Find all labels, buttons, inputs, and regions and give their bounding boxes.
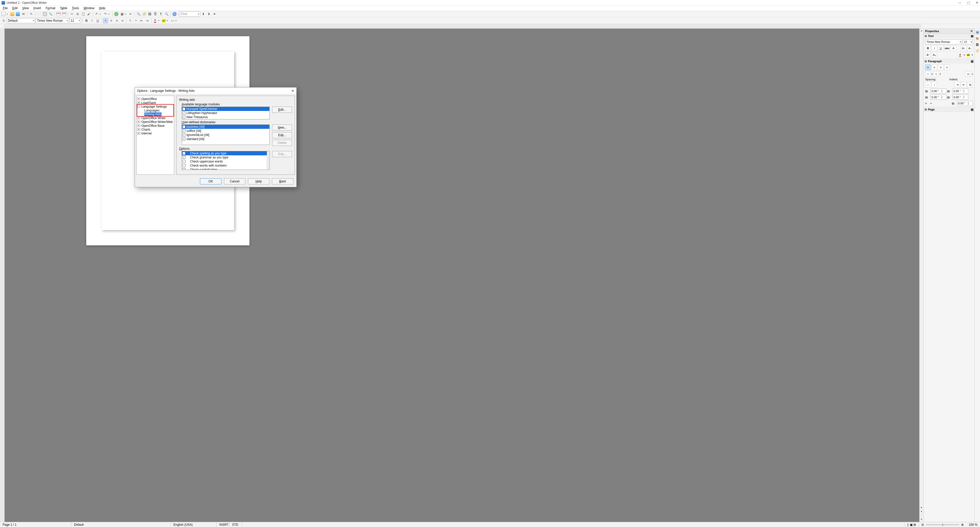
close-button[interactable]: ✕ bbox=[976, 1, 978, 5]
prop-bgcolor[interactable]: ▭ bbox=[966, 71, 971, 77]
autospell-button[interactable]: ABC bbox=[62, 11, 67, 17]
zoom-button[interactable]: 🔍 bbox=[164, 11, 169, 17]
menu-insert[interactable]: Insert bbox=[32, 6, 43, 10]
align-center-button[interactable]: ≡ bbox=[109, 18, 114, 23]
prop-size-combo[interactable]: 12 bbox=[963, 39, 973, 45]
properties-close-button[interactable]: ✕ bbox=[970, 29, 973, 33]
cancel-button[interactable]: Cancel bbox=[224, 178, 245, 185]
options-tree[interactable]: +OpenOffice +Load/Save −Language Setting… bbox=[137, 96, 174, 175]
prop-grow-button[interactable]: A↑ bbox=[961, 45, 966, 51]
align-justify-button[interactable]: ≡ bbox=[120, 18, 125, 23]
sidebar-gallery-icon[interactable]: 🖼 bbox=[975, 42, 980, 47]
option-item[interactable]: Check grammar as you type bbox=[182, 155, 269, 159]
dec-spacing-button[interactable]: ↕ bbox=[932, 82, 937, 88]
navigator-button[interactable]: 🧭 bbox=[142, 11, 147, 17]
sidebar-styles-icon[interactable]: 🎨 bbox=[975, 36, 980, 41]
preview-button[interactable]: 🔍 bbox=[48, 11, 53, 17]
module-item[interactable]: Libhyphen Hyphenator bbox=[182, 111, 269, 115]
options-edit-button[interactable]: Edit... bbox=[272, 151, 292, 157]
prop-fontcolor-button[interactable]: A bbox=[957, 52, 963, 58]
highlight-button[interactable]: ab bbox=[161, 18, 166, 23]
option-item[interactable]: Check spelling as you type bbox=[182, 151, 269, 155]
align-right-button[interactable]: ≡ bbox=[114, 18, 119, 23]
status-std[interactable]: STD bbox=[229, 522, 242, 527]
scroll-up-icon[interactable]: ▲ bbox=[920, 29, 923, 33]
dict-item[interactable]: IgnoreAllList [All] bbox=[182, 133, 269, 137]
inc-spacing-button[interactable]: ↕ bbox=[925, 82, 931, 88]
scroll-down-icon[interactable]: ▼ bbox=[920, 506, 923, 509]
prev-page-button[interactable]: ▴ bbox=[921, 509, 922, 514]
prop-font-combo[interactable]: Times New Roman bbox=[925, 39, 962, 45]
prop-italic-button[interactable]: I bbox=[932, 45, 937, 51]
above-spacing-input[interactable]: ▲▼ bbox=[931, 89, 946, 94]
find-close-button[interactable]: ⏷ bbox=[212, 11, 217, 17]
nav-button[interactable]: ◦ bbox=[921, 514, 922, 518]
minimize-button[interactable]: — bbox=[958, 1, 961, 5]
prop-align-justify[interactable]: ≡ bbox=[944, 65, 950, 70]
menu-file[interactable]: FFileile bbox=[1, 6, 10, 10]
menu-window[interactable]: Window bbox=[82, 6, 96, 10]
style-combo[interactable]: Default bbox=[6, 18, 35, 23]
prop-super-button[interactable]: Aᵃ bbox=[925, 52, 931, 58]
menu-view[interactable]: View bbox=[21, 6, 30, 10]
dict-delete-button[interactable]: Delete bbox=[272, 140, 292, 146]
find-replace-button[interactable]: 🔍 bbox=[136, 11, 141, 17]
status-style[interactable]: Default bbox=[72, 522, 171, 527]
prop-highlight-button[interactable]: ab bbox=[966, 52, 971, 58]
dict-edit-button[interactable]: Edit... bbox=[272, 132, 292, 138]
inc-indent-button[interactable]: ⇥ bbox=[955, 82, 960, 88]
spellcheck-button[interactable]: ABC bbox=[56, 11, 61, 17]
zoom-controls[interactable]: ⊖⊕ bbox=[919, 522, 966, 527]
fontsize-combo[interactable]: 12 bbox=[69, 18, 81, 23]
document-area[interactable]: Options - Language Settings - Writing Ai… bbox=[5, 29, 919, 522]
option-item[interactable]: Check words with numbers bbox=[182, 164, 269, 167]
back-button[interactable]: Back bbox=[272, 178, 293, 185]
font-color-button[interactable]: A bbox=[153, 18, 158, 23]
hyperlink-button[interactable] bbox=[114, 11, 119, 17]
horizontal-ruler[interactable] bbox=[5, 24, 921, 28]
help-button[interactable]: ? bbox=[172, 11, 177, 17]
below-spacing-input[interactable]: ▲▼ bbox=[931, 95, 946, 100]
copy-button[interactable]: ⧉ bbox=[75, 11, 80, 17]
find-next-button[interactable]: ⬇ bbox=[206, 11, 212, 17]
redo-button[interactable]: ↷ bbox=[103, 11, 108, 17]
vertical-ruler[interactable] bbox=[0, 29, 5, 522]
align-left-button[interactable]: ≡ bbox=[103, 18, 108, 23]
status-view-icons[interactable]: ▯ ▣ ⊞ bbox=[905, 522, 919, 527]
inc-indent-button[interactable]: ⇥ bbox=[145, 18, 150, 23]
dict-item[interactable]: standard [All] bbox=[182, 137, 269, 141]
print-button[interactable] bbox=[42, 11, 48, 17]
zoom-value[interactable]: 100 % bbox=[966, 522, 980, 527]
dict-item[interactable]: soffice [All] bbox=[182, 129, 269, 133]
open-button[interactable] bbox=[10, 11, 15, 17]
dec-indent-button[interactable]: ⇤ bbox=[961, 82, 966, 88]
prop-align-right[interactable]: ≡ bbox=[938, 65, 943, 70]
undo-button[interactable]: ↶ bbox=[94, 11, 99, 17]
sidebar-properties-icon[interactable]: ⚙ bbox=[975, 30, 980, 35]
table-button[interactable]: ▦ bbox=[119, 11, 124, 17]
prop-bold-button[interactable]: B bbox=[925, 45, 931, 51]
dialog-close-button[interactable]: ✕ bbox=[291, 89, 294, 93]
options-scrollbar[interactable] bbox=[267, 151, 269, 170]
menu-tools[interactable]: Tools bbox=[70, 6, 81, 10]
nonprinting-button[interactable]: ¶ bbox=[158, 11, 164, 17]
prop-align-left[interactable]: ≡ bbox=[925, 65, 931, 70]
zoom-slider[interactable] bbox=[926, 524, 959, 525]
bg-color-button[interactable]: ▭ bbox=[170, 18, 175, 23]
menu-format[interactable]: Format bbox=[44, 6, 57, 10]
edit-file-button[interactable]: ✎ bbox=[29, 11, 34, 17]
prop-shrink-button[interactable]: A↓ bbox=[967, 45, 973, 51]
option-item[interactable]: Check capitalization bbox=[182, 167, 269, 170]
option-item[interactable]: Check uppercase words bbox=[182, 159, 269, 164]
dict-new-button[interactable]: New... bbox=[272, 124, 292, 131]
underline-button[interactable]: U bbox=[95, 18, 100, 23]
sidebar-navigator-icon[interactable]: 🧭 bbox=[975, 48, 980, 53]
menu-edit[interactable]: Edit bbox=[10, 6, 19, 10]
left-indent-input[interactable]: ▲▼ bbox=[953, 89, 968, 94]
show-draw-button[interactable]: ✏ bbox=[128, 11, 133, 17]
new-doc-button[interactable] bbox=[1, 11, 6, 17]
paste-button[interactable]: 📋 bbox=[81, 11, 86, 17]
hanging-indent-button[interactable]: ⇆ bbox=[967, 82, 973, 88]
dec-indent-button[interactable]: ⇤ bbox=[139, 18, 144, 23]
prop-sub-button[interactable]: Aₐ bbox=[932, 52, 937, 58]
